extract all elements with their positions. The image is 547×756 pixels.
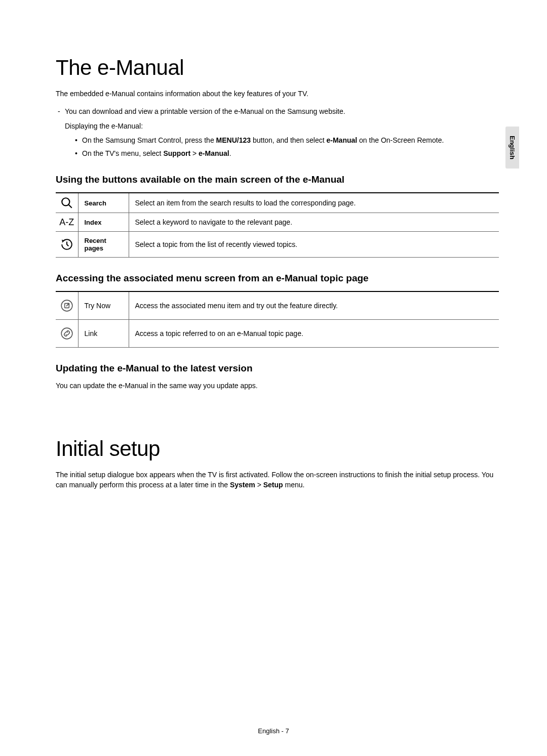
text-fragment: On the Samsung Smart Control, press the — [82, 136, 216, 144]
displaying-label: Displaying the e-Manual: — [56, 121, 499, 132]
text-fragment: . — [229, 149, 231, 157]
subsection-heading-buttons: Using the buttons available on the main … — [56, 174, 499, 185]
table-row: Recent pages Select a topic from the lis… — [56, 232, 499, 258]
try-now-icon — [60, 299, 73, 312]
initial-setup-text: The initial setup dialogue box appears w… — [56, 470, 499, 490]
emanual-label: e-Manual — [327, 136, 358, 144]
search-icon — [60, 196, 73, 209]
text-fragment: on the On-Screen Remote. — [357, 136, 444, 144]
table-row: A-Z Index Select a keyword to navigate t… — [56, 213, 499, 232]
row-description: Access the associated menu item and try … — [129, 291, 499, 320]
svg-point-0 — [62, 198, 69, 206]
text-fragment: menu. — [283, 481, 305, 489]
page-footer: English - 7 — [0, 727, 547, 735]
section-initial-setup: Initial setup The initial setup dialogue… — [56, 437, 499, 490]
az-icon: A-Z — [59, 217, 74, 227]
svg-line-1 — [68, 205, 72, 208]
row-description: Select an item from the search results t… — [129, 193, 499, 213]
dash-item: You can download and view a printable ve… — [56, 106, 499, 117]
trynow-icon-cell — [56, 291, 78, 320]
bullet-item: On the TV's menu, select Support > e-Man… — [56, 148, 499, 159]
update-text: You can update the e-Manual in the same … — [56, 381, 499, 391]
row-description: Access a topic referred to on an e-Manua… — [129, 320, 499, 348]
support-label: Support — [163, 149, 190, 157]
section-heading-initial-setup: Initial setup — [56, 437, 499, 461]
svg-point-5 — [61, 328, 72, 340]
row-label: Try Now — [78, 291, 129, 320]
recent-icon-cell — [56, 232, 78, 258]
table-row: Search Select an item from the search re… — [56, 193, 499, 213]
subsection-heading-updating: Updating the e-Manual to the latest vers… — [56, 363, 499, 374]
history-icon — [60, 238, 73, 251]
text-fragment: > — [255, 481, 263, 489]
intro-paragraph: The embedded e-Manual contains informati… — [56, 89, 499, 99]
text-fragment: button, and then select — [251, 136, 326, 144]
row-label: Index — [78, 213, 129, 232]
section-heading-emanual: The e-Manual — [56, 56, 499, 80]
access-table: Try Now Access the associated menu item … — [56, 291, 499, 348]
row-description: Select a keyword to navigate to the rele… — [129, 213, 499, 232]
text-fragment: On the TV's menu, select — [82, 149, 163, 157]
index-icon-cell: A-Z — [56, 213, 78, 232]
manual-page: English The e-Manual The embedded e-Manu… — [0, 0, 547, 756]
text-fragment: > — [190, 149, 199, 157]
svg-line-4 — [66, 304, 69, 306]
emanual-label: e-Manual — [199, 149, 229, 157]
table-row: Link Access a topic referred to on an e-… — [56, 320, 499, 348]
link-icon-cell — [56, 320, 78, 348]
row-label: Link — [78, 320, 129, 348]
buttons-table: Search Select an item from the search re… — [56, 192, 499, 258]
system-label: System — [230, 481, 255, 489]
language-tab: English — [505, 127, 519, 169]
menu-button-label: MENU/123 — [216, 136, 251, 144]
subsection-heading-accessing: Accessing the associated menu screen fro… — [56, 273, 499, 284]
setup-label: Setup — [263, 481, 283, 489]
search-icon-cell — [56, 193, 78, 213]
bullet-item: On the Samsung Smart Control, press the … — [56, 135, 499, 146]
link-icon — [60, 327, 73, 340]
table-row: Try Now Access the associated menu item … — [56, 291, 499, 320]
row-label: Recent pages — [78, 232, 129, 258]
row-description: Select a topic from the list of recently… — [129, 232, 499, 258]
row-label: Search — [78, 193, 129, 213]
